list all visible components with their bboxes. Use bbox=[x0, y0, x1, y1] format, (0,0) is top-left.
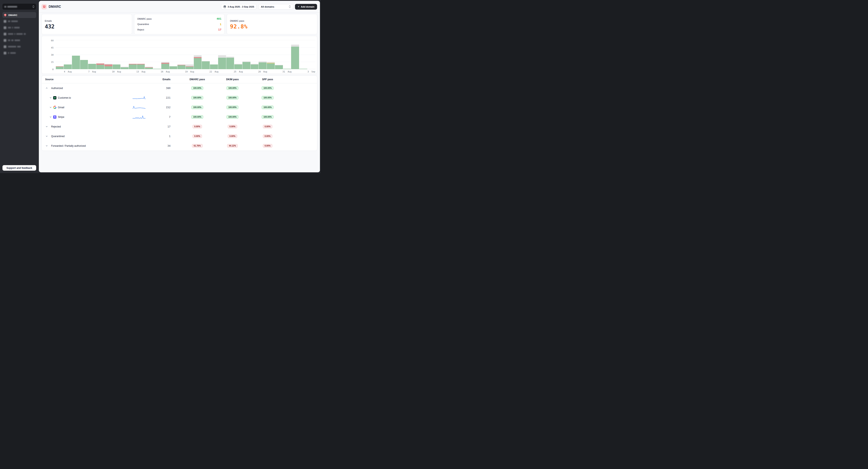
expander-chevron-icon[interactable] bbox=[50, 106, 52, 109]
dkim-pass-cell: 100.00% bbox=[215, 115, 250, 119]
bar-segment-pass bbox=[218, 58, 226, 69]
support-feedback-button[interactable]: Support and feedback bbox=[2, 165, 36, 171]
x-axis-label: 4 Aug bbox=[64, 70, 72, 73]
bar-segment-forwarded bbox=[194, 55, 202, 57]
redacted-text bbox=[4, 6, 6, 7]
table-row-rejected[interactable]: Rejected 17 0.00% 0.00% 0.00% bbox=[42, 122, 317, 131]
volume-sparkline bbox=[132, 115, 146, 119]
source-identity bbox=[53, 106, 56, 109]
bar-21-aug bbox=[202, 40, 210, 69]
dmarc-dashboard: DMARC Support and feedback DMARC bbox=[0, 0, 320, 173]
column-header-source: Source bbox=[42, 78, 125, 81]
sidebar-item-redacted-1[interactable] bbox=[2, 18, 36, 24]
bar-segment-pass bbox=[56, 67, 64, 69]
workspace-name-redacted bbox=[4, 6, 17, 7]
bar-14-aug bbox=[145, 40, 153, 69]
table-row-gmail[interactable]: Gmail 152 100.00% 100.00% 100.00% bbox=[42, 102, 317, 112]
dkim-pass-cell: 100.00% bbox=[215, 106, 250, 109]
bar-segment-pass bbox=[153, 69, 161, 69]
y-axis-label: 30 bbox=[51, 54, 54, 56]
bar-segment-pass bbox=[129, 64, 137, 69]
x-axis-label: 3 Sep bbox=[307, 70, 315, 73]
bar-segment-pass bbox=[251, 64, 258, 69]
topbar: DMARC 1 3 Aug 2025 - 3 Sep 2025 All doma… bbox=[39, 1, 320, 13]
date-range-picker[interactable]: 1 3 Aug 2025 - 3 Sep 2025 bbox=[221, 4, 256, 9]
sidebar-item-redacted-3[interactable] bbox=[2, 31, 36, 37]
redacted-icon bbox=[4, 26, 6, 29]
sidebar-item-redacted-2[interactable] bbox=[2, 25, 36, 31]
emails-count: 34 bbox=[153, 144, 180, 147]
expander-chevron-icon[interactable] bbox=[50, 116, 52, 118]
bar-segment-pass bbox=[137, 64, 145, 69]
sidebar-item-redacted-4[interactable] bbox=[2, 37, 36, 43]
emails-count: 152 bbox=[153, 106, 180, 109]
table-row-customer-io[interactable]: Customer.io 221 100.00% 100.00% 100.00% bbox=[42, 93, 317, 102]
redacted-text bbox=[11, 21, 18, 22]
x-axis-label: 16 Aug bbox=[161, 70, 170, 73]
column-header-spf-pass: SPF pass bbox=[250, 78, 285, 81]
sidebar-nav: DMARC bbox=[2, 12, 36, 56]
bar-segment-pass bbox=[113, 64, 121, 69]
bar-3-sep bbox=[307, 40, 315, 69]
bar-segment-pass bbox=[202, 61, 210, 69]
pass-rate-value: 92.8% bbox=[230, 23, 314, 30]
bar-19-aug bbox=[186, 40, 194, 69]
emails-total-value: 432 bbox=[45, 23, 129, 30]
stripe-icon: S bbox=[53, 115, 56, 119]
table-row-forwarded-partially-authorized[interactable]: Forwarded / Partially authorized 34 61.7… bbox=[42, 141, 317, 151]
email-volume-chart: 0153045604 Aug7 Aug10 Aug13 Aug16 Aug19 … bbox=[41, 36, 317, 74]
bar-7-aug bbox=[88, 40, 96, 69]
expander-chevron-icon[interactable] bbox=[50, 96, 52, 99]
emails-count: 17 bbox=[153, 125, 180, 128]
bar-segment-pass bbox=[72, 56, 80, 69]
sidebar-item-redacted-6[interactable] bbox=[2, 50, 36, 56]
source-name: Quarantined bbox=[51, 135, 65, 138]
redacted-text bbox=[8, 21, 10, 22]
table-header-row: Source Emails DMARC pass DKIM pass SPF p… bbox=[42, 76, 317, 83]
y-axis-label: 60 bbox=[51, 39, 54, 42]
spf-pass-cell: 0.00% bbox=[250, 125, 285, 128]
expander-chevron-icon[interactable] bbox=[45, 87, 48, 89]
bar-segment-pass bbox=[234, 64, 242, 69]
main-panel: DMARC 1 3 Aug 2025 - 3 Sep 2025 All doma… bbox=[39, 1, 320, 172]
bar-24-aug bbox=[226, 40, 234, 69]
x-axis-label: 25 Aug bbox=[234, 70, 243, 73]
bar-22-aug bbox=[210, 40, 218, 69]
source-name-cell: Gmail bbox=[42, 106, 125, 109]
redacted-icon bbox=[4, 46, 6, 48]
table-row-stripe[interactable]: S Stripe 7 100.00% 100.00% 100.00% bbox=[42, 112, 317, 122]
sidebar-item-label: DMARC bbox=[8, 14, 18, 17]
pass-count: 401 bbox=[217, 17, 221, 20]
dkim-pass-cell: 0.00% bbox=[215, 125, 250, 128]
source-name: Forwarded / Partially authorized bbox=[51, 144, 86, 147]
bar-9-aug bbox=[104, 40, 113, 69]
redacted-text bbox=[11, 39, 13, 41]
expander-chevron-icon[interactable] bbox=[45, 145, 48, 147]
spf-pass-cell: 100.00% bbox=[250, 106, 285, 109]
sidebar-item-redacted-5[interactable] bbox=[2, 43, 36, 50]
domain-filter-select[interactable]: All domains bbox=[258, 4, 293, 9]
quarantine-count: 1 bbox=[220, 23, 221, 26]
redacted-text bbox=[7, 6, 17, 7]
bar-29-aug bbox=[267, 40, 275, 69]
expander-chevron-icon[interactable] bbox=[45, 125, 48, 128]
redacted-text bbox=[24, 33, 26, 35]
bar-segment-pass bbox=[210, 64, 218, 69]
sidebar-item-dmarc[interactable]: DMARC bbox=[2, 12, 36, 18]
bar-segment-pass bbox=[104, 66, 113, 69]
table-row-quarantined[interactable]: Quarantined 1 0.00% 0.00% 0.00% bbox=[42, 131, 317, 141]
bar-segment-pass bbox=[243, 62, 250, 69]
redacted-text bbox=[8, 39, 10, 41]
x-axis-label: 31 Aug bbox=[282, 70, 291, 73]
expander-chevron-icon[interactable] bbox=[45, 135, 48, 137]
table-row-authorized[interactable]: Authorized 380 100.00% 100.00% 100.00% bbox=[42, 83, 317, 93]
add-domain-button[interactable]: + Add domain bbox=[295, 4, 317, 10]
bar-15-aug bbox=[153, 40, 161, 69]
x-axis-label: 13 Aug bbox=[136, 70, 145, 73]
bar-8-aug bbox=[96, 40, 104, 69]
redacted-text bbox=[8, 46, 16, 48]
dmarc-pass-cell: 100.00% bbox=[180, 115, 215, 119]
dmarc-pass-cell: 0.00% bbox=[180, 125, 215, 128]
workspace-selector[interactable] bbox=[2, 4, 36, 10]
bar-segment-pass bbox=[64, 64, 72, 69]
